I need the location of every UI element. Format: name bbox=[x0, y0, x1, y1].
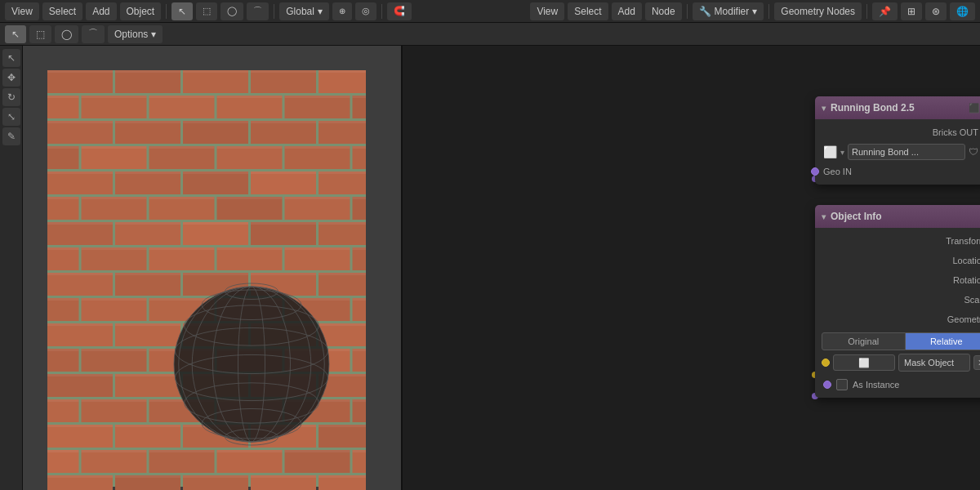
lasso2-icon: ⌒ bbox=[88, 27, 98, 41]
menu-view-right[interactable]: View bbox=[530, 2, 564, 20]
viewport bbox=[23, 46, 403, 490]
view-align-btn[interactable]: ⊞ bbox=[901, 2, 922, 20]
geometry-out-label: Geometry bbox=[823, 314, 980, 324]
geometry-nodes-label: Geometry Nodes bbox=[781, 6, 855, 17]
sep4 bbox=[687, 4, 688, 19]
location-row: Location bbox=[815, 251, 980, 270]
object-info-title: Object Info bbox=[831, 211, 882, 222]
mask-obj-field[interactable]: Mask Object bbox=[898, 354, 970, 372]
sep1 bbox=[166, 4, 167, 19]
left-strip: ↖ ✥ ↻ ⤡ ✎ bbox=[0, 46, 23, 490]
location-label: Location bbox=[823, 256, 980, 265]
scale-label: Scale bbox=[823, 295, 980, 305]
strip-scale[interactable]: ⤡ bbox=[2, 108, 20, 126]
proportional-icon: ◎ bbox=[362, 6, 370, 16]
menu-add-left[interactable]: Add bbox=[86, 2, 116, 20]
sep6 bbox=[866, 4, 867, 19]
strip-select[interactable]: ↖ bbox=[2, 49, 20, 67]
pin-icon: 📌 bbox=[879, 6, 891, 17]
running-bond-body: Bricks OUT ⬜ ▾ Running Bond ... 🛡 Geo IN bbox=[815, 119, 980, 185]
rotation-row: Rotation bbox=[815, 270, 980, 290]
scale-row: Scale bbox=[815, 290, 980, 310]
options-chevron-icon: ▾ bbox=[151, 29, 156, 40]
geo-in-label: Geo IN bbox=[823, 167, 978, 176]
sep5 bbox=[768, 4, 769, 19]
chevron-icon: ▾ bbox=[318, 6, 323, 17]
geo-in-socket bbox=[811, 167, 819, 176]
box-tool-btn[interactable]: ⬚ bbox=[29, 25, 51, 43]
rotation-label: Rotation bbox=[823, 275, 980, 285]
menu-node[interactable]: Node bbox=[645, 2, 682, 20]
running-bond-title: Running Bond 2.5 bbox=[831, 102, 915, 114]
menu-object[interactable]: Object bbox=[120, 2, 162, 20]
node-editor: ▾ Running Bond 2.5 ⬛ Bricks OUT ⬜ ▾ Runn… bbox=[403, 46, 980, 490]
mask-object-row: ⬜ Mask Object ✕ bbox=[822, 354, 980, 372]
modifier-dropdown[interactable]: 🔧 Modifier ▾ bbox=[693, 2, 764, 20]
select-tool-btn[interactable]: ↖ bbox=[5, 25, 26, 43]
collapse-running-bond-icon[interactable]: ▾ bbox=[822, 104, 826, 113]
strip-move[interactable]: ✥ bbox=[2, 69, 20, 87]
overlay-btn[interactable]: ⊛ bbox=[925, 2, 947, 20]
running-bond-img-icon2: ▾ bbox=[840, 148, 844, 157]
object-info-body: Transform Location Rotation Scale bbox=[815, 228, 980, 398]
mask-obj-clear-btn[interactable]: ✕ bbox=[973, 355, 980, 370]
as-instance-label: As Instance bbox=[853, 380, 899, 390]
cursor2-icon: ↖ bbox=[11, 29, 20, 40]
geometry-out-row: Geometry bbox=[815, 310, 980, 329]
sep3 bbox=[381, 4, 382, 19]
running-bond-export-icon[interactable]: ⬛ bbox=[969, 103, 980, 114]
node-running-bond: ▾ Running Bond 2.5 ⬛ Bricks OUT ⬜ ▾ Runn… bbox=[815, 96, 980, 185]
node-object-info-header[interactable]: ▾ Object Info bbox=[815, 205, 980, 228]
node-running-bond-header[interactable]: ▾ Running Bond 2.5 ⬛ bbox=[815, 96, 980, 119]
circle-select-btn[interactable]: ◯ bbox=[220, 2, 243, 20]
box-select-btn[interactable]: ⬚ bbox=[196, 2, 217, 20]
menu-add-right[interactable]: Add bbox=[612, 2, 642, 20]
align-icon: ⊞ bbox=[907, 6, 915, 17]
menu-select-left[interactable]: Select bbox=[42, 2, 82, 20]
running-bond-dropdown[interactable]: Running Bond ... bbox=[848, 144, 965, 160]
running-bond-img-icon: ⬜ bbox=[823, 145, 837, 158]
transform-icons[interactable]: ⊕ bbox=[332, 2, 352, 20]
chevron-down-icon: ▾ bbox=[752, 6, 757, 17]
relative-btn[interactable]: Relative bbox=[906, 332, 981, 350]
options-dropdown[interactable]: Options ▾ bbox=[108, 25, 163, 43]
transform-dropdown[interactable]: Global ▾ bbox=[279, 2, 329, 20]
circle-icon: ◯ bbox=[227, 6, 237, 16]
running-bond-shield-icon: 🛡 bbox=[969, 146, 978, 158]
node-object-info: ▾ Object Info Transform Location Rotatio… bbox=[815, 205, 980, 398]
select-mode-btn[interactable]: ↖ bbox=[172, 2, 193, 20]
mask-obj-socket bbox=[822, 359, 830, 367]
render-mode-btn[interactable]: 🌐 bbox=[950, 2, 975, 20]
overlay-icon: ⊛ bbox=[932, 6, 940, 17]
wrench-icon: 🔧 bbox=[699, 6, 711, 17]
global-label: Global bbox=[286, 6, 314, 17]
collapse-object-info-icon[interactable]: ▾ bbox=[822, 212, 826, 221]
snap-icon: 🧲 bbox=[394, 6, 405, 16]
main-area: ↖ ✥ ↻ ⤡ ✎ bbox=[0, 46, 980, 490]
running-bond-dropdown-row: ⬜ ▾ Running Bond ... 🛡 bbox=[815, 142, 980, 162]
menu-view[interactable]: View bbox=[5, 2, 39, 20]
as-instance-row: As Instance bbox=[815, 375, 980, 394]
lasso-select-btn[interactable]: ⌒ bbox=[247, 2, 269, 20]
brick-canvas bbox=[23, 46, 403, 490]
original-btn[interactable]: Original bbox=[822, 332, 906, 350]
lasso-icon: ⌒ bbox=[253, 5, 262, 17]
strip-rotate[interactable]: ↻ bbox=[2, 88, 20, 106]
sep2 bbox=[274, 4, 274, 19]
pin-btn[interactable]: 📌 bbox=[872, 2, 898, 20]
globe-icon: 🌐 bbox=[956, 6, 969, 17]
transform-label: Transform bbox=[823, 236, 980, 246]
bricks-out-row: Bricks OUT bbox=[815, 122, 980, 142]
geometry-nodes-btn[interactable]: Geometry Nodes bbox=[774, 2, 862, 20]
box-icon: ⬚ bbox=[203, 6, 211, 16]
lasso-tool-btn[interactable]: ⌒ bbox=[82, 25, 105, 43]
menu-select-right[interactable]: Select bbox=[568, 2, 608, 20]
proportional-btn[interactable]: ◎ bbox=[355, 2, 376, 20]
circle-tool-btn[interactable]: ◯ bbox=[55, 25, 78, 43]
as-instance-socket bbox=[823, 381, 831, 389]
snap-btn[interactable]: 🧲 bbox=[387, 2, 412, 20]
cursor-icon: ↖ bbox=[178, 6, 186, 17]
second-toolbar: ↖ ⬚ ◯ ⌒ Options ▾ bbox=[0, 23, 980, 46]
as-instance-checkbox[interactable] bbox=[836, 379, 848, 390]
strip-annotate[interactable]: ✎ bbox=[2, 127, 20, 145]
